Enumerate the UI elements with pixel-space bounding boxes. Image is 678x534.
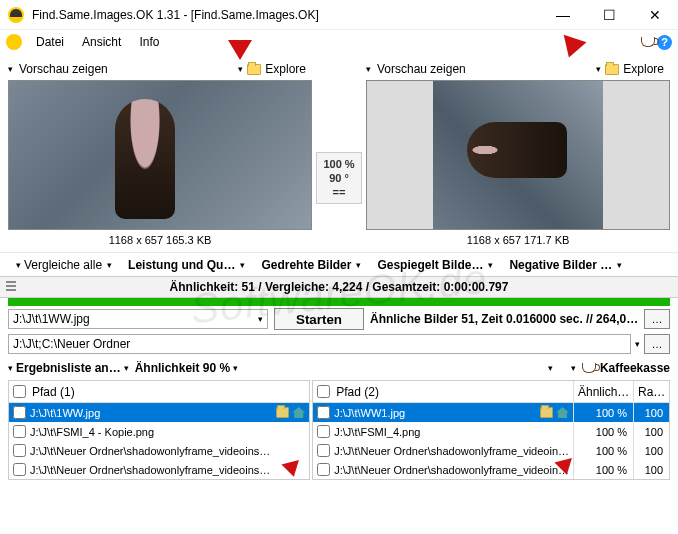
column-header-path1[interactable]: Pfad (1) — [9, 381, 309, 403]
home-icon[interactable] — [292, 407, 305, 418]
row-checkbox[interactable] — [317, 463, 330, 476]
chevron-down-icon[interactable]: ▾ — [366, 64, 371, 74]
row-checkbox[interactable] — [317, 444, 330, 457]
table-row[interactable]: J:\J\t\Neuer Ordner\shadowonlyframe_vide… — [313, 441, 573, 460]
menu-info[interactable]: Info — [131, 33, 167, 51]
preview-image-right[interactable] — [366, 80, 670, 230]
row-checkbox[interactable] — [13, 463, 26, 476]
option-performance[interactable]: Leistung und Qu…▾ — [122, 258, 251, 272]
row-checkbox[interactable] — [13, 406, 26, 419]
coffee-icon[interactable] — [641, 37, 655, 47]
browse-button[interactable]: … — [644, 334, 670, 354]
row-path: J:\J\t\Neuer Ordner\shadowonlyframe_vide… — [334, 464, 569, 476]
row-checkbox[interactable] — [13, 425, 26, 438]
table-row[interactable]: J:\J\t\Neuer Ordner\shadowonlyframe_vide… — [313, 460, 573, 479]
donate-button[interactable]: Kaffeekasse — [582, 361, 670, 375]
rank-cell: 100 — [634, 460, 669, 479]
results-lists: Pfad (1) J:\J\t\1WW.jpgJ:\J\t\FSMI_4 - K… — [0, 380, 678, 480]
table-row[interactable]: J:\J\t\Neuer Ordner\shadowonlyframe_vide… — [9, 441, 309, 460]
column-header-rank[interactable]: Ra… — [634, 381, 669, 403]
rank-cell: 100 — [634, 403, 669, 422]
stats-bar: Ähnlichkeit: 51 / Vergleiche: 4,224 / Ge… — [0, 276, 678, 298]
explore-left-button[interactable]: ▾ Explore — [238, 62, 306, 76]
close-button[interactable]: ✕ — [632, 0, 678, 30]
list-toolbar: ▾Ergebnisliste an…▾ Ähnlichkeit 90 %▾ ▾ … — [0, 356, 678, 380]
table-row[interactable]: J:\J\t\FSMI_4 - Kopie.png — [9, 422, 309, 441]
column-header-similarity[interactable]: Ähnlich… — [574, 381, 633, 403]
maximize-button[interactable]: ☐ — [586, 0, 632, 30]
preview-pane-left: ▾ Vorschau zeigen ▾ Explore 1168 x 657 1… — [8, 58, 312, 248]
menu-view[interactable]: Ansicht — [74, 33, 129, 51]
menu-file[interactable]: Datei — [28, 33, 72, 51]
preview-caption-right: 1168 x 657 171.7 KB — [366, 230, 670, 248]
row-checkbox[interactable] — [317, 406, 330, 419]
path-input-row: ▾ … — [0, 332, 678, 356]
row-path: J:\J\t\1WW.jpg — [30, 407, 100, 419]
results-view-dropdown[interactable]: ▾Ergebnisliste an…▾ — [8, 361, 129, 375]
column-header-path2[interactable]: Pfad (2) — [313, 381, 573, 403]
row-path: J:\J\t\WW1.jpg — [334, 407, 405, 419]
progress-bar — [8, 298, 670, 306]
results-column-left: Pfad (1) J:\J\t\1WW.jpgJ:\J\t\FSMI_4 - K… — [8, 380, 310, 480]
chevron-down-icon[interactable]: ▾ — [635, 339, 640, 349]
rank-cell: 100 — [634, 422, 669, 441]
folder-icon — [247, 64, 261, 75]
show-preview-left-label[interactable]: Vorschau zeigen — [19, 62, 108, 76]
similarity-cell: 100 % — [574, 422, 633, 441]
app-icon — [8, 7, 24, 23]
explore-right-label: Explore — [623, 62, 664, 76]
start-button[interactable]: Starten — [274, 308, 364, 330]
similarity-threshold-dropdown[interactable]: Ähnlichkeit 90 %▾ — [135, 361, 238, 375]
more-button[interactable]: … — [644, 309, 670, 329]
folder-icon[interactable] — [540, 407, 553, 418]
preview-image-left[interactable] — [8, 80, 312, 230]
preview-caption-left: 1168 x 657 165.3 KB — [8, 230, 312, 248]
row-path: J:\J\t\Neuer Ordner\shadowonlyframe_vide… — [334, 445, 569, 457]
status-text: Ähnliche Bilder 51, Zeit 0.016000 sec. /… — [370, 312, 638, 326]
window-title: Find.Same.Images.OK 1.31 - [Find.Same.Im… — [32, 8, 540, 22]
select-all-right-checkbox[interactable] — [317, 385, 330, 398]
folder-icon — [605, 64, 619, 75]
stats-text: Ähnlichkeit: 51 / Vergleiche: 4,224 / Ge… — [170, 280, 509, 294]
similarity-cell: 100 % — [574, 403, 633, 422]
annotation-arrow — [228, 40, 252, 60]
chevron-down-icon: ▾ — [596, 64, 601, 74]
rotation-value: 90 ° — [323, 171, 354, 185]
current-file-dropdown[interactable]: J:\J\t\1WW.jpg ▾ — [8, 309, 268, 329]
row-path: J:\J\t\FSMI_4 - Kopie.png — [30, 426, 154, 438]
option-rotated[interactable]: Gedrehte Bilder▾ — [255, 258, 367, 272]
minimize-button[interactable]: ― — [540, 0, 586, 30]
select-all-left-checkbox[interactable] — [13, 385, 26, 398]
home-icon[interactable] — [556, 407, 569, 418]
help-icon[interactable]: ? — [657, 35, 672, 50]
chevron-down-icon[interactable]: ▾ — [571, 363, 576, 373]
start-row: J:\J\t\1WW.jpg ▾ Starten Ähnliche Bilder… — [0, 306, 678, 332]
explore-left-label: Explore — [265, 62, 306, 76]
table-row[interactable]: J:\J\t\FSMI_4.png — [313, 422, 573, 441]
row-path: J:\J\t\Neuer Ordner\shadowonlyframe_vide… — [30, 445, 270, 457]
row-path: J:\J\t\Neuer Ordner\shadowonlyframe_vide… — [30, 464, 270, 476]
search-paths-input[interactable] — [8, 334, 631, 354]
table-row[interactable]: J:\J\t\Neuer Ordner\shadowonlyframe_vide… — [9, 460, 309, 479]
table-row[interactable]: J:\J\t\1WW.jpg — [9, 403, 309, 422]
show-preview-right-label[interactable]: Vorschau zeigen — [377, 62, 466, 76]
option-mirrored[interactable]: Gespiegelt Bilde…▾ — [371, 258, 499, 272]
option-negative[interactable]: Negative Bilder …▾ — [503, 258, 628, 272]
window-controls: ― ☐ ✕ — [540, 0, 678, 30]
option-compare-all[interactable]: ▾Vergleiche alle▾ — [8, 258, 118, 272]
chevron-down-icon[interactable]: ▾ — [548, 363, 553, 373]
explore-right-button[interactable]: ▾ Explore — [596, 62, 664, 76]
chevron-down-icon[interactable]: ▾ — [8, 64, 13, 74]
table-row[interactable]: J:\J\t\WW1.jpg — [313, 403, 573, 422]
similarity-cell: 100 % — [574, 441, 633, 460]
row-path: J:\J\t\FSMI_4.png — [334, 426, 420, 438]
results-column-right: Pfad (2) J:\J\t\WW1.jpgJ:\J\t\FSMI_4.png… — [312, 380, 670, 480]
chevron-down-icon: ▾ — [258, 314, 263, 324]
zoom-value: 100 % — [323, 157, 354, 171]
row-checkbox[interactable] — [13, 444, 26, 457]
similarity-cell: 100 % — [574, 460, 633, 479]
row-checkbox[interactable] — [317, 425, 330, 438]
titlebar: Find.Same.Images.OK 1.31 - [Find.Same.Im… — [0, 0, 678, 30]
folder-icon[interactable] — [276, 407, 289, 418]
preview-pane-right: ▾ Vorschau zeigen ▾ Explore 1168 x 657 1… — [366, 58, 670, 248]
